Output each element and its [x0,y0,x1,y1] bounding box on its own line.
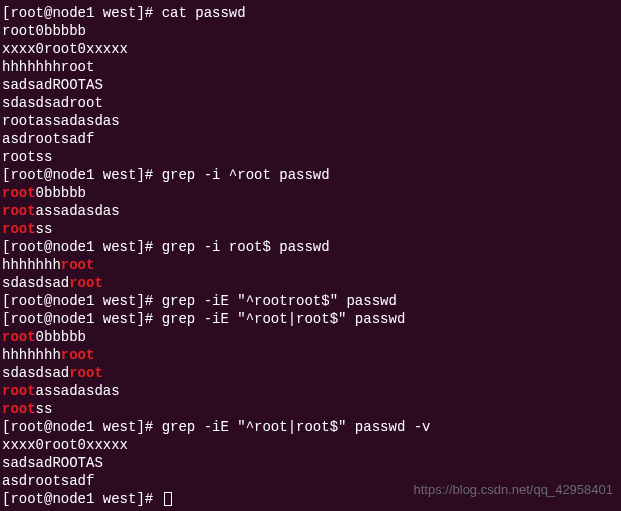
output-line: rootassadasdas [2,112,619,130]
grep-match: root [2,203,36,219]
output-line: sdasdsadroot [2,364,619,382]
watermark: https://blog.csdn.net/qq_42958401 [414,481,614,499]
output-line: root0bbbbb [2,328,619,346]
grep-match: root [61,347,95,363]
command-line: [root@node1 west]# cat passwd [2,4,619,22]
grep-match: root [2,221,36,237]
output-line: rootss [2,148,619,166]
command-line: [root@node1 west]# grep -i ^root passwd [2,166,619,184]
grep-match: root [2,329,36,345]
command-line: [root@node1 west]# grep -iE "^rootroot$"… [2,292,619,310]
output-line: sdasdsadroot [2,274,619,292]
output-line: rootss [2,220,619,238]
grep-match: root [2,185,36,201]
output-line: rootassadasdas [2,202,619,220]
output-line: rootss [2,400,619,418]
output-line: xxxx0root0xxxxx [2,436,619,454]
grep-match: root [69,365,103,381]
output-line: sadsadROOTAS [2,454,619,472]
output-line: asdrootsadf [2,130,619,148]
grep-match: root [2,401,36,417]
output-line: hhhhhhhroot [2,346,619,364]
output-line: hhhhhhhroot [2,58,619,76]
cursor-icon [164,492,172,506]
output-line: root0bbbbb [2,184,619,202]
output-line: xxxx0root0xxxxx [2,40,619,58]
terminal-output: [root@node1 west]# cat passwd root0bbbbb… [2,4,619,508]
output-line: hhhhhhhroot [2,256,619,274]
command-line: [root@node1 west]# grep -iE "^root|root$… [2,418,619,436]
grep-match: root [69,275,103,291]
grep-match: root [61,257,95,273]
output-line: sdasdsadroot [2,94,619,112]
command-line: [root@node1 west]# grep -iE "^root|root$… [2,310,619,328]
grep-match: root [2,383,36,399]
command-line: [root@node1 west]# grep -i root$ passwd [2,238,619,256]
output-line: root0bbbbb [2,22,619,40]
output-line: sadsadROOTAS [2,76,619,94]
output-line: rootassadasdas [2,382,619,400]
